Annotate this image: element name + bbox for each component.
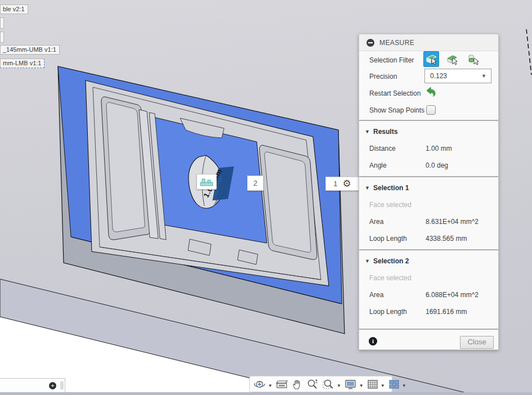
angle-label: Angle bbox=[369, 159, 387, 172]
collapse-icon[interactable] bbox=[366, 39, 374, 47]
loop-length-label: Loop Length bbox=[369, 305, 407, 318]
selection-1-loop-row: Loop Length 4338.565 mm bbox=[359, 232, 498, 245]
loop-length-label: Loop Length bbox=[369, 232, 407, 245]
browser-label-clipped[interactable] bbox=[0, 17, 4, 29]
selection-1-status-row: Face selected bbox=[359, 198, 498, 212]
selection-1-header-label: Selection 1 bbox=[373, 182, 409, 194]
chevron-down-icon[interactable]: ▼ bbox=[337, 383, 341, 388]
dialog-title: MEASURE bbox=[379, 39, 414, 47]
viewport-bottom-strip bbox=[0, 392, 532, 395]
browser-label[interactable]: ble v2:1 bbox=[0, 5, 28, 14]
precision-value: 0.123 bbox=[430, 72, 447, 80]
loop-length-value: 1691.616 mm bbox=[426, 305, 467, 318]
marker-2-label: 2 bbox=[253, 179, 257, 187]
loop-length-value: 4338.565 mm bbox=[426, 232, 467, 245]
edge-filter-icon bbox=[446, 53, 458, 65]
distance-row: Distance 1.00 mm bbox=[359, 142, 498, 155]
selection-gear-icon[interactable]: ⚙ bbox=[342, 179, 351, 188]
chevron-down-icon[interactable]: ▼ bbox=[268, 383, 272, 388]
pan-hand-icon bbox=[292, 379, 303, 390]
selection-2-loop-row: Loop Length 1691.616 mm bbox=[359, 305, 498, 318]
show-snap-points-checkbox[interactable] bbox=[426, 105, 436, 115]
orbit-button[interactable] bbox=[252, 378, 267, 391]
divider bbox=[359, 120, 498, 121]
triangle-collapse-icon: ▼ bbox=[365, 182, 370, 194]
selection-1-section-header[interactable]: ▼ Selection 1 bbox=[359, 182, 498, 194]
divider bbox=[359, 176, 498, 177]
divider bbox=[359, 329, 498, 330]
close-button[interactable]: Close bbox=[460, 336, 494, 349]
navigation-toolbar: ▼ ▼ bbox=[249, 376, 392, 392]
face-filter-button[interactable] bbox=[423, 51, 439, 67]
precision-label: Precision bbox=[369, 70, 397, 83]
display-settings-button[interactable] bbox=[343, 378, 358, 391]
face-filter-icon bbox=[426, 53, 437, 65]
timeline-bar: + bbox=[0, 378, 65, 393]
selection-1-marker[interactable]: 1 ⚙ bbox=[325, 177, 359, 191]
browser-label-clipped[interactable] bbox=[0, 32, 4, 43]
browser-label-selected[interactable]: mm-LMB v1:1 bbox=[0, 59, 44, 68]
chevron-down-icon: ▼ bbox=[481, 69, 486, 83]
area-label: Area bbox=[369, 215, 383, 228]
selection-2-section-header[interactable]: ▼ Selection 2 bbox=[359, 255, 498, 267]
zoom-button[interactable] bbox=[305, 378, 320, 391]
look-at-icon bbox=[276, 379, 288, 389]
area-label: Area bbox=[369, 288, 383, 302]
selection-filter-label: Selection Filter bbox=[369, 53, 414, 67]
info-icon[interactable]: i bbox=[369, 337, 377, 345]
results-section-header[interactable]: ▼ Results bbox=[359, 125, 498, 138]
measure-dialog: MEASURE Selection Filter bbox=[359, 34, 499, 350]
distance-label: Distance bbox=[369, 142, 396, 155]
selection-2-header-label: Selection 2 bbox=[373, 255, 409, 267]
chevron-down-icon[interactable]: ▼ bbox=[381, 383, 385, 388]
look-at-button[interactable] bbox=[275, 378, 289, 391]
zoom-icon bbox=[306, 379, 319, 390]
marker-1-label: 1 bbox=[333, 179, 337, 188]
measure-badge-icon bbox=[200, 177, 213, 186]
selection-2-status-row: Face selected bbox=[359, 271, 498, 285]
triangle-collapse-icon: ▼ bbox=[365, 255, 370, 267]
pan-button[interactable] bbox=[290, 378, 304, 391]
body-filter-icon bbox=[467, 53, 479, 65]
grid-snap-button[interactable] bbox=[366, 378, 379, 391]
chevron-down-icon[interactable]: ▼ bbox=[402, 383, 406, 388]
show-snap-points-label: Show Snap Points bbox=[369, 104, 424, 117]
selection-2-marker[interactable]: 2 bbox=[247, 176, 263, 191]
chevron-down-icon[interactable]: ▼ bbox=[359, 383, 364, 388]
divider bbox=[359, 249, 498, 250]
restart-selection-label: Restart Selection bbox=[369, 87, 421, 100]
selection-2-area-row: Area 6.088E+04 mm^2 bbox=[359, 288, 498, 302]
slab-corner-edge bbox=[526, 29, 531, 75]
face-selected-status: Face selected bbox=[369, 271, 412, 285]
selection-1-area-row: Area 8.631E+04 mm^2 bbox=[359, 215, 498, 228]
measure-badge[interactable] bbox=[196, 174, 217, 190]
orbit-icon bbox=[253, 379, 266, 390]
angle-value: 0.0 deg bbox=[426, 159, 448, 172]
add-marker-icon[interactable]: + bbox=[49, 382, 56, 389]
body-filter-button[interactable] bbox=[465, 51, 481, 67]
viewports-button[interactable] bbox=[387, 378, 401, 391]
precision-dropdown[interactable]: 0.123 ▼ bbox=[424, 69, 491, 83]
zoom-window-icon bbox=[322, 379, 334, 390]
results-header-label: Results bbox=[373, 125, 397, 138]
distance-value: 1.00 mm bbox=[426, 142, 452, 155]
face-selected-status: Face selected bbox=[369, 198, 412, 212]
display-settings-icon bbox=[345, 379, 357, 390]
fusion-viewport: ble v2:1 _145mm-UMB v1:1 mm-LMB v1:1 1.0… bbox=[0, 0, 532, 395]
viewports-icon bbox=[388, 379, 400, 389]
zoom-window-button[interactable] bbox=[321, 378, 336, 391]
triangle-collapse-icon: ▼ bbox=[365, 125, 370, 138]
area-value: 8.631E+04 mm^2 bbox=[426, 215, 479, 228]
undo-arrow-icon bbox=[426, 87, 436, 97]
angle-row: Angle 0.0 deg bbox=[359, 159, 498, 172]
timeline-playhead[interactable] bbox=[61, 381, 63, 389]
selection-filter-buttons bbox=[423, 51, 481, 67]
browser-label[interactable]: _145mm-UMB v1:1 bbox=[0, 45, 60, 55]
area-value: 6.088E+04 mm^2 bbox=[426, 288, 479, 302]
measure-dialog-header[interactable]: MEASURE bbox=[359, 34, 498, 51]
grid-icon bbox=[367, 379, 378, 389]
restart-selection-button[interactable] bbox=[426, 87, 436, 98]
edge-filter-button[interactable] bbox=[444, 51, 460, 67]
